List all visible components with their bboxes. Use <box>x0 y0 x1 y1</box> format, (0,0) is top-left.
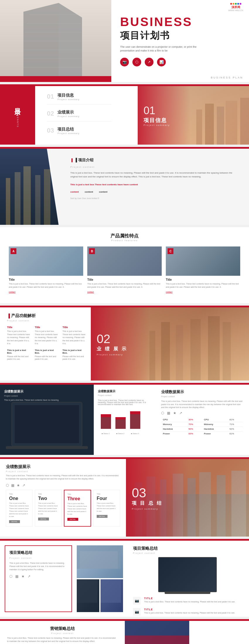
svg-rect-18 <box>15 172 21 225</box>
svg-text:■ Status 1: ■ Status 1 <box>102 433 110 434</box>
card-three-label: Title <box>67 493 88 495</box>
slide-strategy-row: 项目策略总结 Project content This is just a te… <box>0 541 249 617</box>
features-grid: A Title This is just a text box. These t… <box>9 246 240 294</box>
strategy-img-row2 <box>77 579 123 612</box>
toc-num-1: 01 <box>47 93 54 100</box>
cover-image-left <box>0 0 111 82</box>
slide-project-intro: ▐ ▐ 项目介绍 Project content This is just a … <box>0 149 249 225</box>
table-cell: 50% <box>187 427 202 431</box>
toc-en-3: Project summary <box>57 132 79 135</box>
func-row-3: This is just a text Box. Please edit the… <box>62 349 86 361</box>
feature-link-a[interactable]: contact <box>9 291 16 293</box>
marketing-en-sub: Project content <box>7 632 118 634</box>
feature-link-c[interactable]: contact <box>166 291 173 293</box>
toc-text-1: 项目信息 Project summary <box>57 93 79 101</box>
features-title-en: Product features <box>9 239 240 242</box>
svg-text:■ Status 2: ■ Status 2 <box>116 433 125 434</box>
func-cols: Title This is just a text box. These tex… <box>7 326 86 345</box>
toc-list: 01 项目信息 Project summary 02 业绩展示 Project … <box>47 93 111 138</box>
strategy-img-3 <box>100 579 123 612</box>
func-col-title-2: Title <box>35 326 59 329</box>
svg-rect-15 <box>240 98 249 145</box>
svg-rect-31 <box>15 405 79 443</box>
table-cell: Harddisk <box>161 427 187 431</box>
feature-link-b[interactable]: contact <box>87 291 94 293</box>
func-row-desc-3: Please edit the text and paste it to use… <box>62 355 86 361</box>
table-cell: 00% <box>187 431 202 436</box>
toc-item-3: 03 项目总结 Project summary <box>47 127 111 138</box>
table-cell: 30% <box>187 417 202 422</box>
func-row-desc-1: Please edit the text and paste it to use… <box>7 355 31 361</box>
table-cell: 71% <box>228 422 243 427</box>
strategy-icon-3: ★ <box>21 574 25 578</box>
chart-icon-btn[interactable]: 📊 <box>157 58 166 66</box>
cards-icon-4: ↗ <box>22 483 25 487</box>
feature-label-c: C <box>168 248 173 254</box>
perf-data-table: CPU 30% CPU 81% Memory 70% Mdowny 71% Ha… <box>161 417 243 436</box>
svg-rect-50 <box>217 475 226 537</box>
intro-tag-text: ▐ 项目介绍 <box>74 157 93 163</box>
perf-chart-desc: This is just a text box. These text cont… <box>4 399 59 402</box>
cards-grid: Title One This is just a text Box. These… <box>6 490 120 527</box>
strategy-left-desc: This is just a text Box. These text cont… <box>9 561 67 571</box>
card-four-btn[interactable]: DETAIL <box>97 515 108 518</box>
intro-section-tag: ▐ ▐ 项目介绍 <box>70 157 240 163</box>
business-plan-label: BUSINESS PLAN <box>211 76 243 79</box>
feature-label-b: B <box>89 248 95 254</box>
slide-performance-row: 业绩数据展示 Project content This is just a te… <box>0 385 249 455</box>
toc-cn-3: 项目总结 <box>57 127 79 132</box>
marketing-title: 营销策略总结 <box>7 626 118 631</box>
card-one-main: One <box>9 496 29 501</box>
share-icon-btn[interactable]: ↗ <box>145 58 154 66</box>
strategy-right-panel: 项目策略总结 Project content 📷 TITLE This is j… <box>126 541 249 617</box>
card-two-btn[interactable]: DETAIL <box>38 518 49 520</box>
section03-text: 03 项 目 总 结 Project summary <box>132 486 163 510</box>
svg-rect-28 <box>223 322 231 381</box>
building-image <box>0 0 111 82</box>
section02-cn: 业 绩 展 示 <box>97 346 127 352</box>
table-cell: 81% <box>228 417 243 422</box>
perf-chart-area: 业绩数据展示 Project content This is just a te… <box>4 389 59 402</box>
strategy-left-title: 项目策略总结 <box>9 550 67 555</box>
toc-cn-1: 项目信息 <box>57 93 79 98</box>
svg-rect-13 <box>217 107 224 145</box>
strategy-item-title-2: TITLE <box>144 608 235 611</box>
camera-icon-btn[interactable]: 📷 <box>120 58 129 66</box>
toc-num-2: 02 <box>47 110 54 117</box>
toc-overlay-en: Project summary <box>144 124 170 126</box>
intro-en-sub: Project content <box>70 166 240 168</box>
feature-image-b: B <box>87 246 162 276</box>
strategy-img-1 <box>77 545 123 578</box>
table-cell: Memory <box>161 422 187 427</box>
card-two: Title Two This is just a text Box. These… <box>35 490 62 527</box>
table-cell: CPU <box>202 417 228 422</box>
strategy-item-2: 📷 TITLE This is just a text box. These t… <box>133 608 242 616</box>
cards-icon-3: ★ <box>17 483 20 487</box>
bar-chart-en-sub: Project content <box>98 394 151 396</box>
svg-rect-23 <box>149 331 155 381</box>
intro-cols: content content content <box>70 191 240 193</box>
card-three-btn[interactable]: DETAIL <box>67 518 78 521</box>
slide-product-function-row: ▐ 产品功能解析 Project content Title This is j… <box>0 307 249 381</box>
feature-image-a: A <box>9 246 83 276</box>
cover-title-en: BUSINESS <box>120 16 240 28</box>
func-col-3: Title This is just a text box. These tex… <box>62 326 86 345</box>
func-col-desc-1: This is just a text box. These text cont… <box>7 330 31 345</box>
card-two-label: Title <box>38 493 58 495</box>
card-four-main: Four <box>97 496 117 501</box>
bar-chart-subtitle: 业绩数据展示 <box>98 389 151 393</box>
laptop-base <box>165 592 210 594</box>
layers-icon-btn[interactable]: ⬡ <box>132 58 141 66</box>
feature-desc-b: This is just a text box. These text cont… <box>87 282 162 289</box>
marketing-panel: 营销策略总结 Project content This is just a te… <box>0 621 125 644</box>
svg-rect-17 <box>6 178 10 225</box>
toc-num-3: 03 <box>47 127 54 134</box>
table-row: Memory 70% Mdowny 71% <box>161 422 243 427</box>
strategy-item-title-1: TITLE <box>144 597 235 600</box>
slide-marketing-thanks-row: 营销策略总结 Project content This is just a te… <box>0 621 249 644</box>
section03-image: 03 项 目 总 结 Project summary <box>126 459 249 537</box>
func-col-desc-2: This is just a text box. These text cont… <box>35 330 59 345</box>
thanks-panel: THANKS FOR WATCHING <box>125 621 249 644</box>
perf-chart-title: 业绩数据展示 <box>4 389 59 394</box>
card-one-btn[interactable]: DETAIL <box>9 520 20 523</box>
